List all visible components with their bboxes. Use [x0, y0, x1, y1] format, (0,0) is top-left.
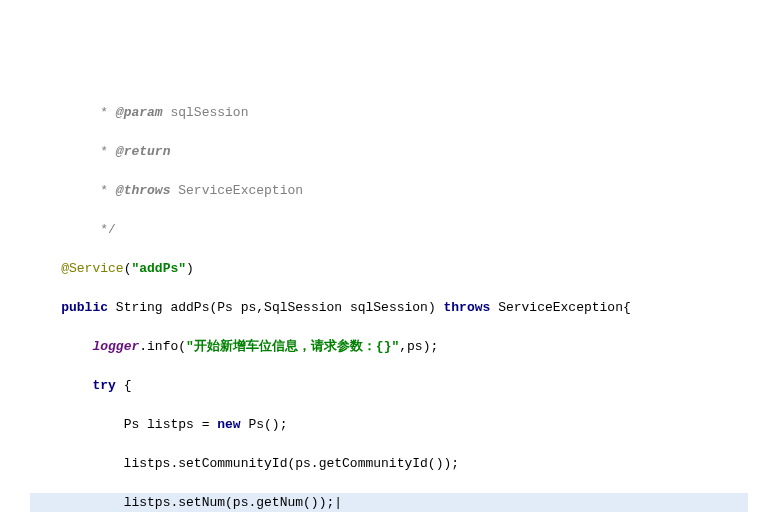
brace: { — [116, 378, 132, 393]
keyword: new — [217, 417, 240, 432]
code-line: * @param sqlSession — [30, 103, 748, 123]
code-line-highlighted: listps.setNum(ps.getNum());| — [30, 493, 748, 513]
javadoc-param: @param — [116, 105, 163, 120]
comment-text: ServiceException — [170, 183, 303, 198]
text: listps.setNum(ps.getNum()); — [124, 495, 335, 510]
code-line: * @throws ServiceException — [30, 181, 748, 201]
method-call: .info( — [139, 339, 186, 354]
indent — [30, 261, 61, 276]
code-line: Ps listps = new Ps(); — [30, 415, 748, 435]
comment-text — [30, 183, 100, 198]
indent — [30, 378, 92, 393]
string-literal: "addPs" — [131, 261, 186, 276]
field-ref: logger — [92, 339, 139, 354]
indent — [30, 417, 124, 432]
paren: ) — [186, 261, 194, 276]
comment-text: * — [100, 144, 116, 159]
comment-text: * — [100, 105, 116, 120]
tail: ServiceException{ — [490, 300, 630, 315]
code-line: * @return — [30, 142, 748, 162]
code-line: logger.info("开始新增车位信息，请求参数：{}",ps); — [30, 337, 748, 357]
javadoc-throws: @throws — [116, 183, 171, 198]
text: Ps(); — [241, 417, 288, 432]
code-line: public String addPs(Ps ps,SqlSession sql… — [30, 298, 748, 318]
params: (Ps ps,SqlSession sqlSession) — [209, 300, 443, 315]
caret-icon: | — [334, 495, 342, 510]
code-line: @Service("addPs") — [30, 259, 748, 279]
indent — [30, 495, 124, 510]
type: String — [108, 300, 170, 315]
code-line: listps.setCommunityId(ps.getCommunityId(… — [30, 454, 748, 474]
keyword: try — [92, 378, 115, 393]
comment-text — [30, 144, 100, 159]
indent — [30, 300, 61, 315]
comment-text: * — [100, 183, 116, 198]
method-name: addPs — [170, 300, 209, 315]
comment-text — [30, 105, 100, 120]
code-editor-content[interactable]: * @param sqlSession * @return * @throws … — [0, 78, 758, 519]
string-literal: "开始新增车位信息，请求参数：{}" — [186, 339, 399, 354]
keyword: public — [61, 300, 108, 315]
indent — [30, 339, 92, 354]
code-line: try { — [30, 376, 748, 396]
tail: ,ps); — [399, 339, 438, 354]
keyword: throws — [444, 300, 491, 315]
javadoc-return: @return — [116, 144, 171, 159]
code-line: */ — [30, 220, 748, 240]
text: Ps listps = — [124, 417, 218, 432]
comment-text: sqlSession — [163, 105, 249, 120]
annotation: @Service — [61, 261, 123, 276]
